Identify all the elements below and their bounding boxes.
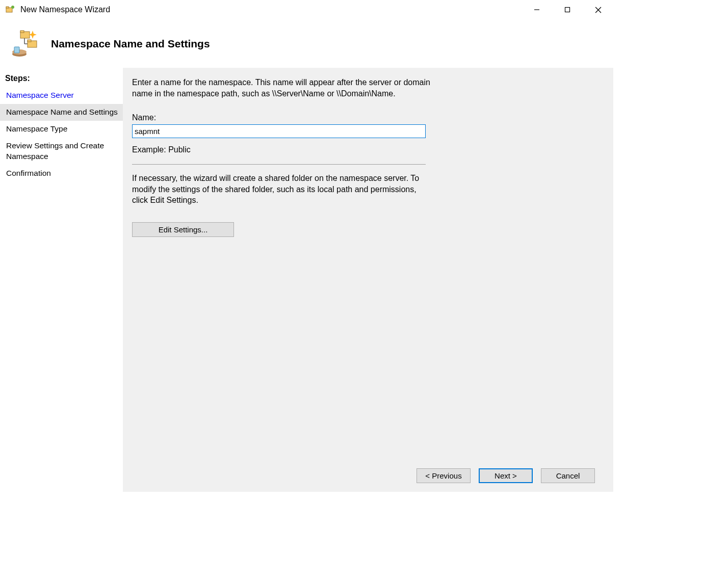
- header: Namespace Name and Settings: [0, 19, 613, 68]
- wizard-window: New Namespace Wizard: [0, 0, 613, 492]
- steps-heading: Steps:: [0, 72, 123, 87]
- window-controls: [522, 0, 613, 19]
- svg-rect-15: [14, 47, 19, 53]
- svg-rect-1: [6, 7, 9, 8]
- example-label: Example: Public: [132, 145, 604, 154]
- titlebar: New Namespace Wizard: [0, 0, 613, 19]
- step-confirmation[interactable]: Confirmation: [0, 165, 123, 182]
- window-title: New Namespace Wizard: [20, 5, 522, 14]
- content: Enter a name for the namespace. This nam…: [132, 77, 604, 459]
- previous-button[interactable]: < Previous: [417, 468, 471, 483]
- footer: < Previous Next > Cancel: [132, 459, 604, 492]
- body: Steps: Namespace Server Namespace Name a…: [0, 68, 613, 492]
- divider: [132, 164, 426, 165]
- main-panel: Enter a name for the namespace. This nam…: [123, 68, 613, 492]
- instruction-text: Enter a name for the namespace. This nam…: [132, 77, 438, 99]
- steps-list: Namespace Server Namespace Name and Sett…: [0, 87, 123, 182]
- edit-settings-button[interactable]: Edit Settings...: [132, 222, 234, 237]
- cancel-button[interactable]: Cancel: [541, 468, 595, 483]
- step-namespace-name-settings[interactable]: Namespace Name and Settings: [0, 104, 123, 121]
- close-button[interactable]: [583, 0, 613, 19]
- svg-rect-12: [28, 40, 31, 42]
- svg-rect-4: [565, 8, 570, 12]
- instruction2-text: If necessary, the wizard will create a s…: [132, 173, 426, 206]
- svg-rect-8: [20, 31, 24, 33]
- app-icon: [5, 5, 15, 15]
- step-namespace-server[interactable]: Namespace Server: [0, 87, 123, 104]
- minimize-button[interactable]: [522, 0, 552, 19]
- page-title: Namespace Name and Settings: [51, 38, 210, 50]
- svg-point-2: [11, 6, 14, 9]
- step-namespace-type[interactable]: Namespace Type: [0, 121, 123, 138]
- step-review-create[interactable]: Review Settings and Create Namespace: [0, 138, 123, 165]
- name-input[interactable]: [132, 124, 426, 138]
- next-button[interactable]: Next >: [479, 468, 533, 483]
- maximize-button[interactable]: [552, 0, 583, 19]
- name-label: Name:: [132, 113, 604, 122]
- steps-sidebar: Steps: Namespace Server Namespace Name a…: [0, 68, 123, 492]
- wizard-icon: [10, 29, 41, 59]
